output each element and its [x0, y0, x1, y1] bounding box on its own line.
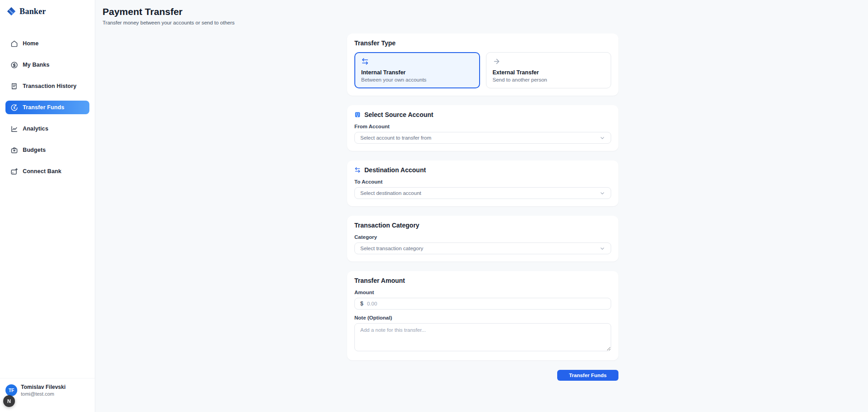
- category-label: Category: [354, 234, 611, 240]
- swap-arrows-icon: [361, 58, 369, 65]
- receipt-icon: [10, 82, 18, 90]
- from-account-select[interactable]: Select account to transfer from: [354, 132, 611, 144]
- bank-building-icon: [354, 111, 361, 118]
- category-heading: Transaction Category: [354, 222, 611, 229]
- sidebar-item-transfer-funds[interactable]: $ Transfer Funds: [5, 101, 89, 114]
- brand-logo[interactable]: Banker: [5, 6, 89, 17]
- sidebar-item-transaction-history[interactable]: Transaction History: [5, 79, 89, 93]
- arrow-right-icon: [493, 58, 500, 65]
- transaction-category-section: Transaction Category Category Select tra…: [347, 216, 618, 262]
- source-heading: Select Source Account: [364, 111, 433, 118]
- transfer-funds-button[interactable]: Transfer Funds: [557, 370, 618, 381]
- swap-arrows-icon: [354, 167, 361, 173]
- page-header: Payment Transfer Transfer money between …: [95, 0, 868, 25]
- sidebar-item-analytics[interactable]: Analytics: [5, 122, 89, 136]
- note-textarea[interactable]: [354, 323, 611, 351]
- sidebar-item-budgets[interactable]: Budgets: [5, 143, 89, 157]
- amount-input[interactable]: [367, 301, 605, 306]
- transfer-amount-section: Transfer Amount Amount $ Note (Optional): [347, 271, 618, 360]
- sidebar-item-my-banks[interactable]: My Banks: [5, 58, 89, 72]
- amount-field-wrap: $: [354, 298, 611, 310]
- home-icon: [10, 40, 18, 48]
- gem-icon: [6, 6, 16, 16]
- option-title: External Transfer: [493, 69, 605, 76]
- to-account-placeholder: Select destination account: [360, 190, 421, 196]
- sidebar-item-label: Connect Bank: [23, 168, 61, 174]
- floating-n-badge[interactable]: N: [3, 395, 15, 407]
- page-subtitle: Transfer money between your accounts or …: [103, 20, 868, 25]
- from-account-label: From Account: [354, 124, 611, 129]
- transfer-icon: $: [10, 104, 18, 111]
- transfer-type-section: Transfer Type Internal Transfer Between …: [347, 34, 618, 96]
- user-profile[interactable]: TF Tomislav Filevski tomi@test.com: [0, 378, 95, 412]
- sidebar: Banker Home My Banks Transaction History…: [0, 0, 95, 412]
- to-account-select[interactable]: Select destination account: [354, 187, 611, 199]
- transfer-form: Transfer Type Internal Transfer Between …: [347, 34, 618, 381]
- note-label: Note (Optional): [354, 315, 611, 320]
- avatar: TF: [5, 384, 17, 396]
- internal-transfer-option[interactable]: Internal Transfer Between your own accou…: [354, 52, 480, 88]
- amount-heading: Transfer Amount: [354, 277, 611, 284]
- option-subtitle: Send to another person: [493, 77, 605, 82]
- sidebar-item-label: Budgets: [23, 147, 46, 153]
- chevron-down-icon: [599, 135, 605, 141]
- sidebar-item-connect-bank[interactable]: Connect Bank: [5, 165, 89, 178]
- to-account-label: To Account: [354, 179, 611, 184]
- transfer-type-heading: Transfer Type: [354, 39, 611, 47]
- page-title: Payment Transfer: [103, 6, 868, 18]
- from-account-placeholder: Select account to transfer from: [360, 135, 432, 141]
- sidebar-item-label: Analytics: [23, 126, 48, 132]
- sidebar-nav: Home My Banks Transaction History $ Tran…: [5, 37, 89, 178]
- chevron-down-icon: [599, 246, 605, 252]
- svg-text:$: $: [14, 106, 15, 110]
- chart-line-icon: [10, 125, 18, 133]
- amount-label: Amount: [354, 290, 611, 295]
- sidebar-item-home[interactable]: Home: [5, 37, 89, 50]
- option-subtitle: Between your own accounts: [361, 77, 473, 82]
- sidebar-item-label: My Banks: [23, 62, 49, 68]
- sidebar-item-label: Transfer Funds: [23, 104, 64, 111]
- category-placeholder: Select transaction category: [360, 246, 423, 251]
- category-select[interactable]: Select transaction category: [354, 242, 611, 254]
- card-plus-icon: [10, 168, 18, 175]
- dollar-circle-icon: [10, 61, 18, 69]
- sidebar-item-label: Transaction History: [23, 83, 77, 89]
- external-transfer-option[interactable]: External Transfer Send to another person: [486, 52, 612, 88]
- chevron-down-icon: [599, 190, 605, 196]
- currency-symbol: $: [360, 301, 363, 307]
- destination-account-section: Destination Account To Account Select de…: [347, 160, 618, 206]
- source-account-section: Select Source Account From Account Selec…: [347, 105, 618, 151]
- sidebar-item-label: Home: [23, 40, 39, 47]
- user-name: Tomislav Filevski: [21, 384, 66, 390]
- option-title: Internal Transfer: [361, 69, 473, 76]
- brand-name: Banker: [20, 7, 46, 16]
- destination-heading: Destination Account: [364, 166, 426, 174]
- briefcase-icon: [10, 146, 18, 154]
- main-content: Payment Transfer Transfer money between …: [95, 0, 868, 412]
- user-email: tomi@test.com: [21, 391, 66, 397]
